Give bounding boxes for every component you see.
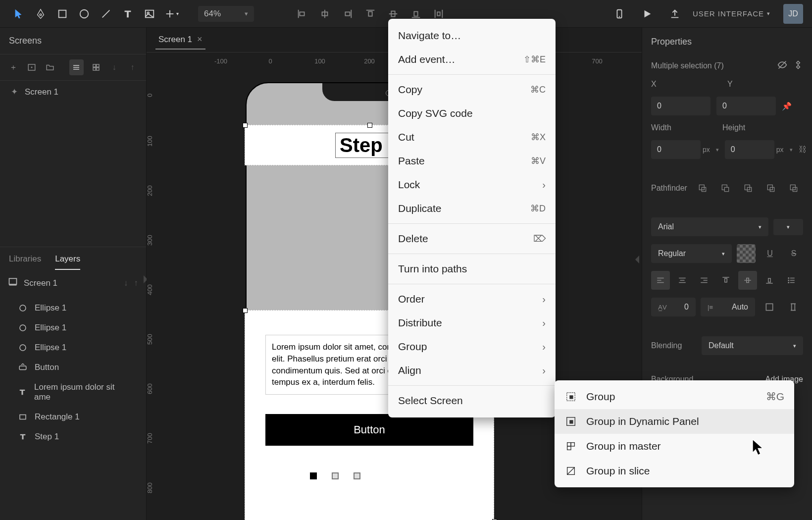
menu-select-screen[interactable]: Select Screen — [388, 389, 556, 413]
line-tool[interactable] — [96, 4, 116, 24]
pathfinder-intersect-icon[interactable] — [739, 179, 758, 198]
collapse-right-panel-icon[interactable] — [635, 256, 639, 263]
text-icon — [18, 387, 27, 397]
layer-item[interactable]: Lorem ipsum dolor sit ame — [0, 377, 146, 407]
submenu-slice[interactable]: Group in slice — [555, 459, 794, 483]
font-weight-select[interactable]: Regular▾ — [651, 244, 732, 263]
submenu-dynamic-panel[interactable]: Group in Dynamic Panel — [555, 409, 794, 434]
menu-turn-into-paths[interactable]: Turn into paths — [388, 257, 556, 281]
dot-active[interactable] — [310, 472, 317, 479]
layer-header-label[interactable]: Screen 1 — [24, 278, 57, 288]
text-align-right-icon[interactable] — [695, 271, 713, 290]
layer-item[interactable]: Ellipse 1 — [0, 298, 146, 318]
pen-tool[interactable] — [31, 4, 51, 24]
line-height-input[interactable]: |≡ Auto — [701, 298, 755, 316]
sort-down-icon[interactable]: ↓ — [108, 61, 120, 74]
link-dimensions-icon[interactable]: ⛓ — [799, 145, 807, 154]
pin-icon[interactable]: 📌 — [782, 102, 792, 111]
user-avatar[interactable]: JD — [783, 4, 803, 24]
add-folder-icon[interactable] — [45, 61, 56, 74]
add-image-screen-icon[interactable] — [26, 61, 38, 74]
letter-spacing-input[interactable]: A̲V 0 — [651, 298, 696, 316]
dot[interactable] — [354, 472, 360, 479]
select-tool[interactable] — [9, 4, 29, 24]
pathfinder-divide-icon[interactable] — [784, 179, 803, 198]
play-icon[interactable] — [637, 4, 657, 24]
grid-view-icon[interactable] — [91, 61, 102, 74]
layer-item[interactable]: Button — [0, 358, 146, 377]
add-tool[interactable]: ▾ — [161, 4, 181, 24]
selection-handle[interactable] — [367, 123, 372, 128]
blending-select[interactable]: Default▾ — [702, 336, 803, 355]
collapse-up-icon[interactable]: ↑ — [134, 278, 139, 288]
bullet-list-icon[interactable] — [782, 271, 801, 290]
tab-layers[interactable]: Layers — [55, 254, 80, 270]
tab-libraries[interactable]: Libraries — [9, 254, 41, 270]
collapse-down-icon[interactable]: ↓ — [124, 278, 128, 288]
button-element[interactable]: Button — [265, 414, 473, 446]
strikethrough-icon[interactable]: S — [784, 244, 803, 263]
svg-point-2 — [80, 9, 89, 18]
visibility-icon[interactable] — [777, 60, 787, 72]
underline-icon[interactable]: U — [761, 244, 779, 263]
menu-distribute[interactable]: Distribute› — [388, 311, 556, 335]
rectangle-tool[interactable] — [52, 4, 72, 24]
menu-group[interactable]: Group› — [388, 335, 556, 359]
menu-paste[interactable]: Paste⌘V — [388, 149, 556, 173]
list-view-icon[interactable] — [69, 59, 83, 75]
screen-item[interactable]: ✦ Screen 1 — [0, 81, 146, 103]
close-tab-icon[interactable]: × — [197, 34, 203, 45]
menu-copy[interactable]: Copy⌘C — [388, 78, 556, 102]
pathfinder-subtract-icon[interactable] — [716, 179, 735, 198]
font-size-select[interactable]: ▾ — [773, 219, 803, 235]
text-align-left-icon[interactable] — [651, 271, 670, 290]
layer-item[interactable]: Rectangle 1 — [0, 407, 146, 427]
layer-item[interactable]: Step 1 — [0, 427, 146, 447]
device-preview-icon[interactable] — [609, 4, 629, 24]
image-tool[interactable] — [140, 4, 159, 24]
canvas-tab[interactable]: Screen 1 × — [155, 30, 205, 50]
selection-handle[interactable] — [243, 123, 248, 128]
text-valign-middle-icon[interactable] — [738, 271, 757, 290]
add-screen-icon[interactable]: ＋ — [8, 61, 19, 74]
ellipse-tool[interactable] — [74, 4, 94, 24]
text-tool[interactable] — [118, 4, 138, 24]
upload-icon[interactable] — [665, 4, 685, 24]
font-family-select[interactable]: Arial▾ — [651, 217, 768, 236]
menu-copy-svg[interactable]: Copy SVG code — [388, 102, 556, 125]
menu-add-event[interactable]: Add event…⇧⌘E — [388, 48, 556, 71]
selection-handle[interactable] — [243, 308, 248, 313]
workspace-dropdown[interactable]: USER INTERFACE ▾ — [693, 9, 770, 18]
align-right-icon[interactable] — [336, 4, 359, 24]
layer-item[interactable]: Ellipse 1 — [0, 338, 146, 358]
dynamic-panel-icon — [564, 415, 577, 428]
sort-up-icon[interactable]: ↑ — [127, 61, 138, 74]
zoom-control[interactable]: 64% ▾ — [198, 6, 254, 22]
component-icon[interactable] — [793, 60, 803, 72]
menu-duplicate[interactable]: Duplicate⌘D — [388, 197, 556, 220]
y-input[interactable] — [716, 97, 776, 115]
menu-align[interactable]: Align› — [388, 359, 556, 382]
pathfinder-union-icon[interactable] — [693, 179, 712, 198]
x-input[interactable] — [651, 97, 710, 115]
height-input[interactable] — [725, 140, 774, 159]
dot[interactable] — [332, 472, 339, 479]
menu-delete[interactable]: Delete⌦ — [388, 227, 556, 251]
text-autosize-icon[interactable] — [760, 298, 779, 316]
text-align-center-icon[interactable] — [673, 271, 692, 290]
text-valign-top-icon[interactable] — [716, 271, 735, 290]
font-color-swatch[interactable] — [737, 244, 756, 263]
menu-cut[interactable]: Cut⌘X — [388, 125, 556, 149]
align-left-icon[interactable] — [291, 4, 313, 24]
menu-order[interactable]: Order› — [388, 287, 556, 311]
submenu-group[interactable]: Group ⌘G — [555, 384, 794, 409]
layer-item[interactable]: Ellipse 1 — [0, 318, 146, 338]
align-hcenter-icon[interactable] — [313, 4, 336, 24]
pathfinder-exclude-icon[interactable] — [761, 179, 780, 198]
align-top-icon[interactable] — [359, 4, 382, 24]
menu-lock[interactable]: Lock› — [388, 173, 556, 197]
text-settings-icon[interactable] — [784, 298, 803, 316]
text-valign-bottom-icon[interactable] — [760, 271, 779, 290]
menu-navigate-to[interactable]: Navigate to… — [388, 24, 556, 48]
width-input[interactable] — [651, 140, 701, 159]
